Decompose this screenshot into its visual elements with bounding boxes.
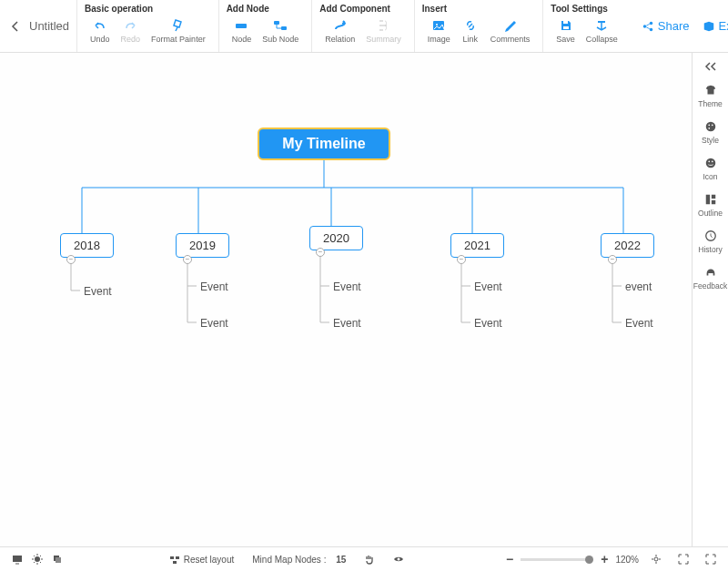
- group-label: Add Node: [227, 4, 305, 14]
- right-panel: Theme Style Icon Outline History Feedbac…: [692, 53, 728, 546]
- status-bar: Reset layout Mind Map Nodes : 15 − + 120…: [0, 546, 728, 571]
- mindmap-event-node[interactable]: Event: [333, 280, 361, 293]
- svg-rect-20: [711, 200, 714, 204]
- relation-button[interactable]: Relation: [319, 15, 360, 46]
- history-tab[interactable]: History: [693, 223, 728, 260]
- clock-icon: [703, 229, 718, 243]
- svg-point-9: [650, 21, 653, 25]
- palette-icon: [703, 119, 718, 134]
- mindmap-event-node[interactable]: Event: [474, 317, 502, 330]
- svg-rect-22: [13, 556, 22, 562]
- theme-tab[interactable]: Theme: [693, 77, 728, 114]
- svg-point-30: [654, 557, 658, 561]
- mindmap-event-node[interactable]: Event: [84, 285, 112, 298]
- zoom-level: 120%: [615, 555, 639, 565]
- redo-button[interactable]: Redo: [116, 15, 147, 46]
- svg-rect-2: [281, 26, 287, 30]
- svg-rect-1: [274, 21, 279, 25]
- summary-button[interactable]: Summary: [360, 15, 407, 46]
- collapse-toggle[interactable]: −: [608, 255, 617, 264]
- panel-collapse-button[interactable]: [693, 58, 728, 77]
- svg-rect-27: [176, 556, 179, 559]
- shirt-icon: [703, 83, 718, 97]
- zoom-out-button[interactable]: −: [506, 552, 513, 566]
- mindmap-year-node[interactable]: 2021: [450, 233, 504, 258]
- back-button[interactable]: [7, 18, 24, 35]
- style-tab[interactable]: Style: [693, 114, 728, 150]
- svg-rect-18: [705, 195, 709, 205]
- layers-button[interactable]: [47, 554, 67, 565]
- zoom-slider[interactable]: [521, 558, 593, 561]
- brightness-button[interactable]: [27, 554, 47, 565]
- group-label: Insert: [422, 4, 536, 14]
- svg-rect-6: [563, 26, 569, 29]
- zoom-in-button[interactable]: +: [601, 552, 608, 566]
- collapse-toggle[interactable]: −: [316, 248, 325, 257]
- feedback-tab[interactable]: Feedback: [693, 260, 728, 296]
- svg-point-8: [643, 25, 647, 28]
- center-button[interactable]: [673, 554, 693, 565]
- document-title[interactable]: Untitled: [29, 19, 69, 33]
- mindmap-root-node[interactable]: My Timeline: [258, 127, 390, 160]
- svg-rect-25: [56, 557, 61, 563]
- link-button[interactable]: Link: [456, 15, 485, 46]
- fullscreen-button[interactable]: [701, 554, 721, 565]
- group-basic: Basic operation Undo Redo Format Painter: [76, 0, 218, 52]
- svg-point-15: [705, 158, 715, 168]
- undo-button[interactable]: Undo: [85, 15, 116, 46]
- image-button[interactable]: Image: [422, 15, 456, 46]
- svg-point-17: [711, 160, 713, 162]
- share-button[interactable]: Share: [642, 19, 690, 33]
- group-addcomponent: Add Component Relation Summary: [311, 0, 414, 52]
- comments-button[interactable]: Comments: [485, 15, 536, 46]
- svg-point-11: [705, 122, 715, 132]
- visibility-button[interactable]: [389, 554, 409, 565]
- icon-tab[interactable]: Icon: [693, 150, 728, 187]
- headset-icon: [703, 265, 718, 280]
- svg-point-4: [436, 24, 438, 25]
- reset-layout-button[interactable]: Reset layout: [165, 554, 239, 565]
- svg-rect-28: [173, 561, 177, 564]
- group-tool: Tool Settings Save Collapse: [542, 0, 631, 52]
- svg-rect-19: [711, 195, 714, 199]
- group-insert: Insert Image Link Comments: [414, 0, 543, 52]
- layout-icon: [703, 192, 718, 207]
- smile-icon: [703, 156, 718, 170]
- svg-point-23: [35, 556, 40, 562]
- node-count: Mind Map Nodes : 15: [248, 555, 350, 565]
- svg-point-13: [711, 124, 713, 126]
- svg-rect-26: [170, 556, 174, 559]
- export-button[interactable]: Export: [703, 19, 728, 33]
- collapse-button[interactable]: Collapse: [581, 15, 623, 46]
- mindmap-year-node[interactable]: 2019: [176, 233, 229, 258]
- mindmap-canvas[interactable]: My Timeline 2018 − Event 2019 − Event Ev…: [0, 53, 692, 546]
- mindmap-event-node[interactable]: Event: [333, 317, 361, 330]
- mindmap-event-node[interactable]: Event: [474, 280, 502, 293]
- mindmap-year-node[interactable]: 2020: [309, 226, 363, 250]
- svg-point-12: [708, 124, 710, 126]
- subnode-button[interactable]: Sub Node: [257, 15, 304, 46]
- svg-point-14: [708, 127, 710, 129]
- mindmap-event-node[interactable]: Event: [625, 317, 653, 330]
- mindmap-year-node[interactable]: 2022: [601, 233, 654, 258]
- mindmap-year-node[interactable]: 2018: [60, 233, 114, 258]
- format-painter-button[interactable]: Format Painter: [146, 15, 211, 46]
- group-label: Basic operation: [85, 4, 211, 14]
- save-button[interactable]: Save: [551, 15, 581, 46]
- pan-tool-button[interactable]: [359, 554, 379, 565]
- node-button[interactable]: Node: [227, 15, 258, 46]
- collapse-toggle[interactable]: −: [66, 255, 76, 264]
- mindmap-event-node[interactable]: Event: [200, 317, 228, 330]
- collapse-toggle[interactable]: −: [457, 255, 466, 264]
- svg-point-16: [708, 160, 710, 162]
- mindmap-event-node[interactable]: Event: [200, 280, 228, 293]
- svg-point-29: [398, 558, 400, 561]
- presentation-button[interactable]: [7, 554, 27, 565]
- toolbar: Untitled Basic operation Undo Redo Forma…: [0, 0, 728, 53]
- group-addnode: Add Node Node Sub Node: [218, 0, 312, 52]
- mindmap-event-node[interactable]: event: [625, 280, 652, 293]
- outline-tab[interactable]: Outline: [693, 187, 728, 223]
- fit-button[interactable]: [646, 554, 666, 565]
- collapse-toggle[interactable]: −: [183, 255, 192, 264]
- svg-rect-7: [598, 21, 605, 23]
